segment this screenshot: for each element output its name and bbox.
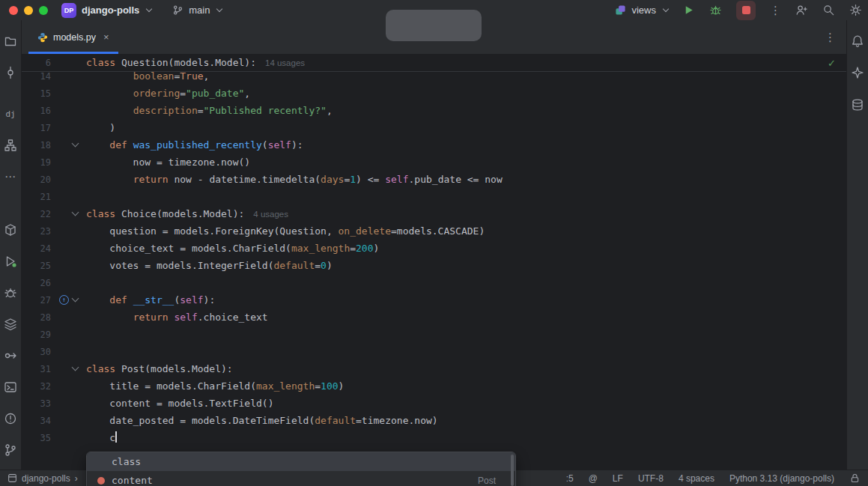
breadcrumb-project[interactable]: django-polls <box>22 473 70 484</box>
run-tool-button[interactable] <box>0 246 22 277</box>
indent-widget[interactable]: 4 spaces <box>679 473 714 484</box>
stop-button[interactable] <box>736 1 756 20</box>
code-line-21[interactable]: 21 <box>22 188 846 205</box>
usages-inlay-hint[interactable]: 4 usages <box>253 210 288 219</box>
problems-tool-button[interactable] <box>0 403 22 434</box>
code-line-26[interactable]: 26 <box>22 274 846 291</box>
code-line-25[interactable]: 25 votes = models.IntegerField(default=0… <box>22 257 846 274</box>
code-line-16[interactable]: 16 description="Published recently?", <box>22 102 846 119</box>
python-icon <box>37 32 48 43</box>
code-line-20[interactable]: 20 return now - datetime.timedelta(days=… <box>22 171 846 188</box>
line-number: 23 <box>22 226 51 237</box>
code-line-33[interactable]: 33 content = models.TextField() <box>22 395 846 412</box>
line-separator-widget[interactable]: LF <box>613 473 623 484</box>
commit-tool-button[interactable] <box>0 57 22 88</box>
database-tool-button[interactable] <box>847 89 868 121</box>
problems-icon <box>4 412 17 425</box>
layers-icon <box>4 318 17 331</box>
encoding-widget[interactable]: UTF-8 <box>638 473 664 484</box>
chevron-down-icon <box>216 5 222 11</box>
fold-chevron-icon[interactable] <box>72 295 79 303</box>
zoom-window-button[interactable] <box>39 6 48 15</box>
completion-popup[interactable]: classcontentPost <box>86 452 516 486</box>
code-line-17[interactable]: 17 ) <box>22 119 846 136</box>
caret-position-widget[interactable]: :5 <box>566 473 574 484</box>
code-text: ) <box>86 119 115 136</box>
endpoints-tool-button[interactable] <box>0 340 22 371</box>
statusbar-breadcrumb[interactable]: django-polls › <box>7 473 78 484</box>
sticky-code: class Question(models.Model):14 usages <box>86 54 305 72</box>
statusbar-widgets: :5 @ LF UTF-8 4 spaces Python 3.13 (djan… <box>566 473 861 484</box>
database-icon <box>851 98 864 112</box>
project-window-icon <box>7 473 17 483</box>
code-text: date_posted = models.DateTimeField(defau… <box>86 412 438 429</box>
debug-button[interactable] <box>709 4 722 16</box>
code-line-30[interactable]: 30 <box>22 343 846 360</box>
code-line-32[interactable]: 32 title = models.CharField(max_length=1… <box>22 377 846 395</box>
code-line-29[interactable]: 29 <box>22 326 846 343</box>
django-structure-tool-button[interactable]: dj <box>0 98 22 130</box>
fold-chevron-icon[interactable] <box>72 140 79 148</box>
code-line-35[interactable]: 35 c <box>22 429 846 446</box>
packages-tool-button[interactable] <box>0 214 22 246</box>
usages-inlay-hint[interactable]: 14 usages <box>265 58 305 67</box>
popup-scrollbar[interactable] <box>511 455 514 486</box>
commit-icon <box>4 66 17 79</box>
code-line-18[interactable]: 18 def was_published_recently(self): <box>22 136 846 154</box>
code-line-24[interactable]: 24 choice_text = models.CharField(max_le… <box>22 240 846 257</box>
inspections-ok-icon[interactable]: ✓ <box>828 58 836 69</box>
code-line-19[interactable]: 19 now = timezone.now() <box>22 154 846 171</box>
structure-tool-button[interactable] <box>0 130 22 161</box>
minimize-window-button[interactable] <box>24 6 33 15</box>
line-number: 25 <box>22 261 51 271</box>
sticky-header-line[interactable]: 6 class Question(models.Model):14 usages <box>22 54 846 72</box>
close-tab-icon[interactable]: × <box>103 31 109 43</box>
more-actions-button[interactable]: ⋮ <box>770 4 781 17</box>
completion-item-class[interactable]: class <box>87 452 515 471</box>
run-config-selector[interactable]: views <box>615 4 668 16</box>
code-line-23[interactable]: 23 question = models.ForeignKey(Question… <box>22 222 846 240</box>
code-line-22[interactable]: 22class Choice(models.Model):4 usages <box>22 205 846 222</box>
more-tool-windows-button[interactable]: ⋯ <box>0 161 22 192</box>
line-number: 16 <box>22 106 51 116</box>
gear-icon[interactable] <box>849 4 862 16</box>
project-tool-button[interactable] <box>0 25 22 57</box>
vcs-branch-widget[interactable]: main <box>172 4 222 16</box>
line-number: 35 <box>22 433 51 443</box>
notifications-tool-button[interactable] <box>847 25 868 57</box>
branch-icon <box>172 4 183 16</box>
window-controls <box>9 6 48 15</box>
run-config-icon <box>615 4 626 16</box>
terminal-tool-button[interactable] <box>0 371 22 403</box>
at-indicator-widget[interactable]: @ <box>589 473 598 484</box>
branch-name: main <box>189 4 210 16</box>
django-structure-icon: dj <box>5 109 15 119</box>
code-editor[interactable]: 14 boolean=True,15 ordering="pub_date",1… <box>22 54 846 470</box>
code-line-34[interactable]: 34 date_posted = models.DateTimeField(de… <box>22 412 846 429</box>
code-with-me-icon[interactable] <box>795 4 808 16</box>
breadcrumb-chevron: › <box>75 473 78 484</box>
close-window-button[interactable] <box>9 6 18 15</box>
code-line-15[interactable]: 15 ordering="pub_date", <box>22 85 846 102</box>
search-icon[interactable] <box>822 4 835 16</box>
debug-tool-button[interactable] <box>0 277 22 309</box>
code-line-28[interactable]: 28 return self.choice_text <box>22 309 846 326</box>
fold-chevron-icon[interactable] <box>72 209 79 216</box>
interpreter-widget[interactable]: Python 3.13 (django-polls) <box>729 473 834 484</box>
completion-item-content[interactable]: contentPost <box>87 471 515 486</box>
run-button[interactable] <box>682 4 695 16</box>
code-text: votes = models.IntegerField(default=0) <box>86 257 333 274</box>
services-tool-button[interactable] <box>0 309 22 340</box>
overriding-method-icon[interactable]: ↑ <box>59 295 69 305</box>
lock-icon[interactable] <box>849 473 861 484</box>
completion-type-hint: Post <box>478 476 496 486</box>
code-line-31[interactable]: 31class Post(models.Model): <box>22 360 846 377</box>
fold-chevron-icon[interactable] <box>72 364 79 371</box>
version-control-tool-button[interactable] <box>0 434 22 466</box>
tab-models-py[interactable]: models.py × <box>28 20 118 54</box>
code-line-27[interactable]: 27↑ def __str__(self): <box>22 291 846 309</box>
tab-options-button[interactable]: ⋮ <box>825 31 836 44</box>
code-text: ordering="pub_date", <box>86 85 250 102</box>
project-widget[interactable]: DP django-polls <box>61 3 151 18</box>
ai-assistant-tool-button[interactable] <box>847 57 868 88</box>
